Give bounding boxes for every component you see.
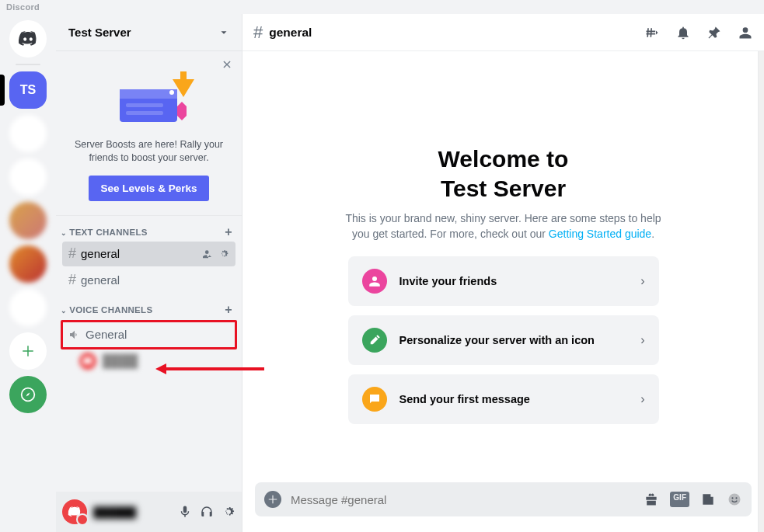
text-channels-header[interactable]: ⌄TEXT CHANNELS +: [56, 216, 242, 241]
svg-point-9: [731, 497, 733, 499]
text-channel-general[interactable]: # general: [62, 242, 235, 266]
boost-banner: Server Boosts are here! Rally yourfriend…: [56, 51, 242, 216]
user-avatar-icon: [79, 353, 96, 370]
content-area: # general Welcome toTest Server This is …: [242, 14, 764, 532]
server-item[interactable]: [9, 289, 47, 326]
bell-icon: [675, 25, 691, 40]
compass-icon: [20, 387, 36, 402]
home-button[interactable]: [9, 20, 47, 57]
welcome-card-invite[interactable]: Invite your friends ›: [348, 256, 659, 306]
server-item[interactable]: [9, 202, 47, 239]
emoji-icon: [727, 492, 742, 507]
svg-marker-6: [177, 102, 187, 120]
emoji-button[interactable]: [727, 492, 742, 507]
card-label: Personalize your server with an icon: [399, 334, 629, 346]
welcome-card-personalize[interactable]: Personalize your server with an icon ›: [348, 315, 659, 365]
settings-icon[interactable]: [218, 249, 229, 259]
user-settings-button[interactable]: [222, 505, 235, 519]
server-item[interactable]: [9, 115, 47, 152]
server-header[interactable]: Test Server: [56, 14, 242, 51]
headphones-icon: [200, 505, 214, 519]
threads-button[interactable]: [644, 25, 660, 40]
explore-servers-button[interactable]: [9, 376, 47, 413]
plus-icon: [21, 344, 35, 358]
discord-logo-icon: [18, 29, 38, 49]
text-channel-general-2[interactable]: # general: [62, 268, 235, 293]
svg-point-8: [729, 494, 741, 506]
chevron-right-icon: ›: [640, 392, 644, 406]
welcome-region: Welcome toTest Server This is your brand…: [242, 51, 764, 482]
getting-started-link[interactable]: Getting Started guide: [549, 228, 651, 240]
members-button[interactable]: [738, 25, 753, 40]
message-icon: [362, 387, 387, 412]
gift-button[interactable]: [644, 492, 659, 507]
invite-icon[interactable]: [203, 249, 214, 259]
server-item[interactable]: [9, 245, 47, 283]
channel-sidebar: Test Server Server Boosts are here! Rall…: [56, 14, 242, 532]
svg-point-10: [735, 497, 737, 499]
close-icon: [222, 59, 232, 70]
microphone-icon: [178, 505, 192, 519]
gif-button[interactable]: GIF: [670, 492, 689, 507]
deafen-button[interactable]: [200, 505, 214, 519]
card-label: Send your first message: [399, 393, 629, 405]
channel-label: general: [81, 273, 120, 287]
mute-button[interactable]: [178, 505, 192, 519]
personalize-icon: [362, 328, 387, 353]
attach-button[interactable]: [264, 491, 281, 508]
add-text-channel-button[interactable]: +: [225, 225, 232, 239]
boost-banner-art: [64, 65, 234, 132]
members-icon: [738, 25, 753, 40]
channel-label: general: [81, 247, 120, 260]
chevron-right-icon: ›: [640, 333, 644, 347]
boost-levels-button[interactable]: See Levels & Perks: [89, 176, 210, 201]
server-item-current[interactable]: TS: [9, 71, 47, 109]
sticker-button[interactable]: [700, 492, 716, 507]
speaker-icon: [68, 329, 81, 341]
voice-channel-highlight: General: [61, 320, 237, 349]
selection-indicator: [0, 75, 5, 106]
svg-rect-5: [126, 111, 163, 115]
chevron-right-icon: ›: [640, 274, 644, 288]
user-panel: ██████: [56, 492, 242, 532]
threads-icon: [644, 25, 660, 40]
welcome-card-first-message[interactable]: Send your first message ›: [348, 374, 659, 424]
server-name: Test Server: [68, 26, 131, 39]
pinned-button[interactable]: [706, 25, 722, 40]
channel-title: general: [269, 26, 312, 40]
channel-header: # general: [242, 14, 764, 51]
self-avatar[interactable]: [62, 499, 87, 524]
boost-banner-text: Server Boosts are here! Rally yourfriend…: [64, 138, 234, 165]
message-composer[interactable]: GIF: [255, 482, 752, 516]
invite-friends-icon: [362, 269, 387, 294]
message-input[interactable]: [291, 493, 634, 506]
hash-icon: #: [68, 245, 76, 262]
window-titlebar: Discord: [0, 0, 764, 14]
welcome-subtitle: This is your brand new, shiny server. He…: [340, 210, 667, 242]
welcome-title: Welcome toTest Server: [438, 144, 569, 203]
close-banner-button[interactable]: [222, 59, 232, 70]
voice-user[interactable]: ████: [56, 351, 242, 371]
add-server-button[interactable]: [9, 332, 47, 370]
add-voice-channel-button[interactable]: +: [225, 303, 232, 317]
scrollbar[interactable]: [758, 51, 764, 532]
hash-icon: #: [68, 272, 76, 288]
notifications-button[interactable]: [675, 25, 691, 40]
gear-icon: [222, 505, 235, 519]
self-username: ██████: [93, 506, 136, 518]
hash-icon: #: [253, 23, 263, 43]
svg-rect-4: [126, 103, 163, 107]
plus-icon: [267, 494, 278, 505]
gift-icon: [644, 492, 659, 507]
chevron-down-icon: [218, 27, 229, 38]
voice-channel-general[interactable]: General: [64, 323, 234, 346]
voice-channels-header[interactable]: ⌄VOICE CHANNELS +: [56, 294, 242, 318]
svg-rect-2: [120, 89, 177, 99]
channel-label: General: [85, 328, 127, 341]
server-initials: TS: [20, 83, 36, 97]
rail-separator: [16, 64, 40, 65]
card-label: Invite your friends: [399, 275, 629, 287]
pin-icon: [706, 25, 722, 40]
sticker-icon: [700, 492, 716, 507]
server-item[interactable]: [9, 158, 47, 196]
